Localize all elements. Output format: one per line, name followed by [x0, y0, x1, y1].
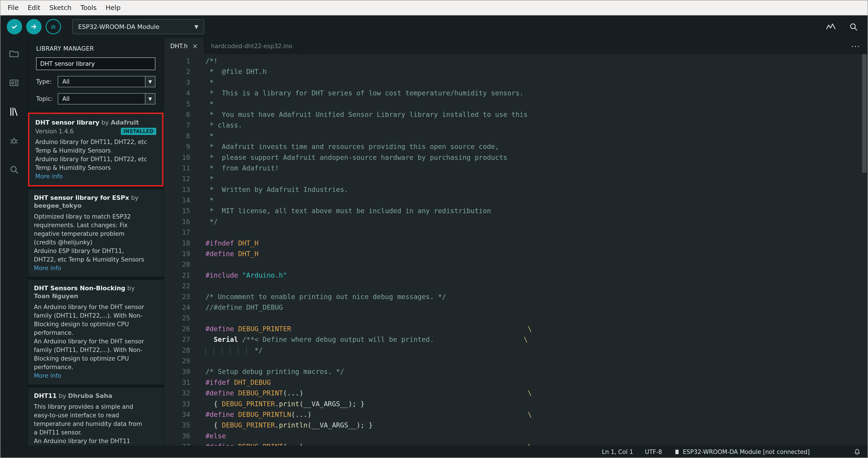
selected-value: All — [62, 95, 69, 102]
code-line[interactable]: 22 — [164, 281, 868, 291]
code-line[interactable]: 31#ifdef DHT_DEBUG — [164, 377, 868, 388]
close-tab-icon[interactable]: × — [192, 43, 198, 50]
code-line[interactable]: 12 * — [164, 173, 868, 184]
menu-file[interactable]: File — [3, 0, 23, 15]
code-line[interactable]: 36#else — [164, 431, 868, 441]
library-description-line: Arduino library for DHT11, DHT22, etc Te… — [35, 155, 148, 172]
code-line[interactable]: 35 { DEBUG_PRINTER.println(__VA_ARGS__);… — [164, 420, 868, 430]
code-line[interactable]: 10 * please support Adafruit andopen-sou… — [164, 152, 868, 163]
code-line[interactable]: 16 */ — [164, 216, 868, 227]
code-text: * You must have Adafruit Unified Sensor … — [206, 109, 528, 120]
upload-button[interactable] — [26, 19, 41, 34]
code-line[interactable]: 6 * You must have Adafruit Unified Senso… — [164, 109, 868, 120]
code-line[interactable]: 9 * Adafruit invests time and resources … — [164, 141, 868, 152]
library-description-line: An Arduino library for the DHT sensor fa… — [34, 337, 147, 371]
code-line[interactable]: 37#define DEBUG_PRINT(...) \ — [164, 441, 868, 446]
library-description: This library provides a simple and easy-… — [34, 402, 147, 446]
library-title: DHT Sensors Non-Blocking by Toan Nguyen — [34, 284, 147, 300]
cursor-position[interactable]: Ln 1, Col 1 — [602, 449, 633, 455]
code-text: #define DEBUG_PRINT(...) \ — [206, 441, 532, 446]
code-line[interactable]: 29 — [164, 355, 868, 366]
board-connection-status[interactable]: ESP32-WROOM-DA Module [not connected] — [674, 449, 810, 455]
line-number: 27 — [164, 334, 190, 345]
library-item[interactable]: DHT sensor library for ESPx by beegee_to… — [28, 189, 163, 277]
library-item[interactable]: DHT sensor library by AdafruitVersion 1.… — [28, 113, 163, 187]
code-line[interactable]: 17 — [164, 227, 868, 237]
code-text: * class. — [206, 120, 242, 131]
panel-title: LIBRARY MANAGER — [28, 38, 163, 57]
serial-plotter-icon[interactable] — [826, 21, 836, 32]
library-search-input[interactable] — [36, 57, 155, 70]
line-number: 18 — [164, 238, 190, 249]
line-number: 19 — [164, 249, 190, 259]
library-description-line: An Arduino library for the DHT sensor fa… — [34, 303, 147, 337]
code-line[interactable]: 25 — [164, 313, 868, 323]
code-line[interactable]: 20 — [164, 259, 868, 270]
code-line[interactable]: 8 * — [164, 131, 868, 141]
debug-button[interactable] — [45, 19, 61, 34]
board-selector-dropdown[interactable]: ESP32-WROOM-DA Module ▼ — [72, 19, 204, 34]
editor-tab[interactable]: hardcoded-dht22-esp32.ino — [205, 38, 299, 54]
code-line[interactable]: 26#define DEBUG_PRINTER \ — [164, 323, 868, 334]
activity-search-button[interactable] — [7, 163, 21, 176]
more-info-link[interactable]: More info — [35, 173, 156, 180]
library-name: DHT sensor library for ESPx — [34, 194, 129, 201]
verify-button[interactable] — [7, 19, 22, 34]
code-line[interactable]: 32#define DEBUG_PRINT(...) \ — [164, 388, 868, 398]
notifications-bell-icon[interactable] — [853, 448, 861, 456]
menu-edit[interactable]: Edit — [23, 0, 45, 15]
code-line[interactable]: 3 * — [164, 77, 868, 88]
activity-debugger-button[interactable] — [7, 134, 21, 147]
tabs: DHT.h×hardcoded-dht22-esp32.ino — [164, 38, 299, 54]
menu-tools[interactable]: Tools — [76, 0, 101, 15]
code-line[interactable]: 4 * This is a library for DHT series of … — [164, 88, 868, 98]
code-line[interactable]: 14 * — [164, 195, 868, 205]
code-line[interactable]: 2 * @file DHT.h — [164, 66, 868, 77]
code-line[interactable]: 30/* Setup debug printing macros. */ — [164, 366, 868, 377]
more-info-link[interactable]: More info — [34, 265, 158, 271]
activity-library-manager-button[interactable] — [7, 105, 21, 118]
line-number: 32 — [164, 388, 190, 398]
code-line[interactable]: 23/* Uncomment to enable printing out ni… — [164, 291, 868, 302]
encoding-indicator[interactable]: UTF-8 — [645, 449, 662, 455]
code-text: ▏ ▏ ▏ ▏ ▏ ▏ */ — [206, 345, 262, 355]
menu-help[interactable]: Help — [101, 0, 125, 15]
code-line[interactable]: 11 * from Adafruit! — [164, 163, 868, 173]
code-line[interactable]: 34#define DEBUG_PRINTLN(...) \ — [164, 409, 868, 420]
code-line[interactable]: 28▏ ▏ ▏ ▏ ▏ ▏ */ — [164, 345, 868, 355]
code-line[interactable]: 7 * class. — [164, 120, 868, 131]
more-actions-button[interactable]: ⋯ — [851, 38, 860, 54]
code-line[interactable]: 15 * MIT license, all text above must be… — [164, 205, 868, 216]
code-line[interactable]: 27 Serial /**< Define where debug output… — [164, 334, 868, 345]
code-line[interactable]: 1/*! — [164, 56, 868, 66]
editor-tab[interactable]: DHT.h× — [164, 38, 205, 54]
activity-sketchbook-button[interactable] — [7, 47, 21, 61]
code-text: #ifndef DHT_H — [206, 238, 258, 249]
code-line[interactable]: 13 * Written by Adafruit Industries. — [164, 184, 868, 195]
filter-select-type[interactable]: All▼ — [58, 76, 155, 87]
status-bar: Ln 1, Col 1 UTF-8 ESP32-WROOM-DA Module … — [0, 446, 868, 458]
filter-label: Type: — [36, 78, 58, 85]
code-line[interactable]: 5 * — [164, 98, 868, 109]
filter-select-topic[interactable]: All▼ — [58, 93, 155, 105]
arduino-ide-window: FileEditSketchToolsHelp ESP32-WROOM-DA M… — [0, 0, 868, 458]
more-info-link[interactable]: More info — [34, 372, 158, 379]
line-number: 9 — [164, 141, 190, 152]
line-number: 34 — [164, 409, 190, 420]
library-item[interactable]: DHT Sensors Non-Blocking by Toan NguyenA… — [28, 280, 163, 384]
arrow-right-icon — [29, 22, 38, 31]
library-item[interactable]: DHT11 by Dhruba SahaThis library provide… — [28, 387, 163, 446]
code-line[interactable]: 18#ifndef DHT_H — [164, 238, 868, 249]
code-line[interactable]: 33 { DEBUG_PRINTER.print(__VA_ARGS__); } — [164, 399, 868, 409]
code-line[interactable]: 24//#define DHT_DEBUG — [164, 302, 868, 313]
code-line[interactable]: 21#include "Arduino.h" — [164, 270, 868, 281]
code-text: * Adafruit invests time and resources pr… — [206, 141, 499, 152]
serial-monitor-icon[interactable] — [848, 22, 859, 32]
board-selector-label: ESP32-WROOM-DA Module — [78, 23, 159, 30]
board-icon — [8, 77, 20, 89]
vertical-scrollbar[interactable] — [862, 54, 867, 173]
menu-sketch[interactable]: Sketch — [45, 0, 76, 15]
activity-boards-manager-button[interactable] — [7, 76, 21, 89]
code-line[interactable]: 19#define DHT_H — [164, 249, 868, 259]
code-editor[interactable]: 1/*!2 * @file DHT.h3 *4 * This is a libr… — [164, 54, 868, 446]
